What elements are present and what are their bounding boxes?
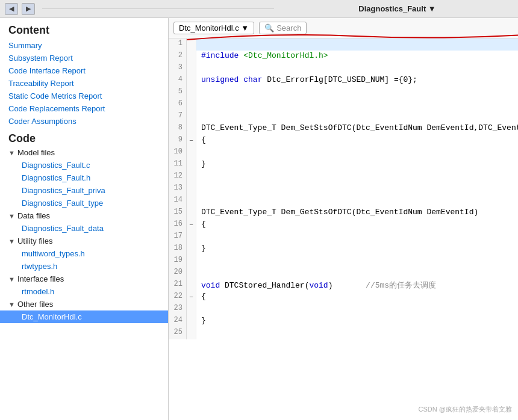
code-line: 13	[169, 183, 518, 195]
page-title: Diagnostics_Fault ▼	[281, 4, 513, 13]
fold-indicator	[187, 279, 196, 291]
code-line: 4unsigned char Dtc_ErrorFlg[DTC_USED_NUM…	[169, 75, 518, 87]
line-number: 7	[169, 111, 187, 123]
fold-indicator	[187, 183, 196, 195]
fold-indicator	[187, 315, 196, 327]
sidebar-link[interactable]: Static Code Metrics Report	[0, 90, 168, 102]
tree-group-data-files[interactable]: ▼Data files	[0, 209, 168, 222]
fold-indicator[interactable]: −	[187, 219, 196, 231]
line-number: 5	[169, 87, 187, 99]
tree-item[interactable]: rtmodel.h	[0, 285, 168, 298]
fold-indicator	[187, 111, 196, 123]
tree-group-model-files[interactable]: ▼Model files	[0, 146, 168, 159]
fold-indicator	[187, 195, 196, 207]
line-number: 8	[169, 123, 187, 135]
line-number: 10	[169, 147, 187, 159]
tree-group-label-text: Data files	[17, 211, 50, 220]
line-number: 25	[169, 327, 187, 339]
tree-group-other-files[interactable]: ▼Other files	[0, 298, 168, 310]
line-number: 15	[169, 207, 187, 219]
line-code: #include <Dtc_MonitorHdl.h>	[196, 51, 518, 63]
fold-indicator	[187, 87, 196, 99]
line-code: {	[196, 291, 518, 303]
line-code: {	[196, 135, 518, 147]
fold-indicator[interactable]: −	[187, 135, 196, 147]
code-line: 11}	[169, 159, 518, 171]
line-code	[196, 111, 518, 123]
line-number: 13	[169, 183, 187, 195]
tree-group-interface-files[interactable]: ▼Interface files	[0, 273, 168, 285]
line-code	[196, 99, 518, 111]
sidebar-link[interactable]: Subsystem Report	[0, 52, 168, 64]
code-line: 3	[169, 63, 518, 75]
line-number: 18	[169, 243, 187, 255]
line-number: 4	[169, 75, 187, 87]
sidebar-link[interactable]: Summary	[0, 39, 168, 52]
line-code	[196, 327, 518, 339]
sidebar: Content SummarySubsystem ReportCode Inte…	[0, 18, 169, 420]
code-line: 10	[169, 147, 518, 159]
fold-indicator	[187, 207, 196, 219]
code-line: 9−{	[169, 135, 518, 147]
code-line: 20	[169, 267, 518, 279]
code-line: 14	[169, 195, 518, 207]
tree-group-utility-files[interactable]: ▼Utility files	[0, 235, 168, 247]
code-section-title: Code	[0, 128, 168, 146]
line-number: 21	[169, 279, 187, 291]
line-code: void DTCStored_Handler(void) //5ms的任务去调度	[196, 279, 518, 291]
line-code	[196, 87, 518, 99]
line-number: 24	[169, 315, 187, 327]
line-code	[196, 171, 518, 183]
line-code: }	[196, 315, 518, 327]
line-code: {	[196, 219, 518, 231]
line-number: 2	[169, 51, 187, 63]
code-line: 5	[169, 87, 518, 99]
sidebar-link[interactable]: Code Interface Report	[0, 64, 168, 77]
code-area: Dtc_MonitorHdl.c ▼ 🔍 Search 12#include <…	[169, 18, 518, 420]
tree-item[interactable]: Diagnostics_Fault_type	[0, 197, 168, 209]
code-line: 19	[169, 255, 518, 267]
red-curve-svg	[187, 31, 518, 42]
line-code: DTC_Event_Type_T Dem_SetStsOfDTC(Dtc_Eve…	[196, 123, 518, 135]
line-code	[196, 255, 518, 267]
line-code: }	[196, 159, 518, 171]
fold-indicator	[187, 303, 196, 315]
code-line: 2#include <Dtc_MonitorHdl.h>	[169, 51, 518, 63]
tree-item[interactable]: multiword_types.h	[0, 247, 168, 260]
sidebar-tree: ▼Model filesDiagnostics_Fault.cDiagnosti…	[0, 146, 168, 323]
sidebar-link[interactable]: Coder Assumptions	[0, 115, 168, 128]
fold-indicator[interactable]: −	[187, 291, 196, 303]
tree-item[interactable]: Diagnostics_Fault.c	[0, 159, 168, 171]
code-content[interactable]: 12#include <Dtc_MonitorHdl.h>34unsigned …	[169, 39, 518, 420]
fold-indicator	[187, 147, 196, 159]
sidebar-link[interactable]: Traceability Report	[0, 77, 168, 90]
code-line: 23	[169, 303, 518, 315]
code-line: 15DTC_Event_Type_T Dem_GetStsOfDTC(Dtc_E…	[169, 207, 518, 219]
line-number: 16	[169, 219, 187, 231]
sidebar-link[interactable]: Code Replacements Report	[0, 102, 168, 115]
code-line: 8DTC_Event_Type_T Dem_SetStsOfDTC(Dtc_Ev…	[169, 123, 518, 135]
tree-item[interactable]: Dtc_MonitorHdl.c	[0, 310, 168, 323]
line-number: 9	[169, 135, 187, 147]
fold-indicator	[187, 231, 196, 243]
fold-indicator	[187, 255, 196, 267]
tree-item[interactable]: rtwtypes.h	[0, 260, 168, 273]
tree-group-label-text: Utility files	[17, 236, 53, 246]
fold-indicator	[187, 99, 196, 111]
fold-indicator	[187, 51, 196, 63]
code-line: 18}	[169, 243, 518, 255]
tree-group-label-text: Other files	[17, 300, 53, 309]
code-line: 17	[169, 231, 518, 243]
content-section-title: Content	[0, 18, 168, 39]
tree-item[interactable]: Diagnostics_Fault_priva	[0, 184, 168, 197]
fold-indicator	[187, 75, 196, 87]
tree-item[interactable]: Diagnostics_Fault_data	[0, 222, 168, 235]
line-number: 20	[169, 267, 187, 279]
sidebar-links: SummarySubsystem ReportCode Interface Re…	[0, 39, 168, 128]
nav-fwd-button[interactable]: ▶	[22, 3, 35, 15]
line-code: }	[196, 243, 518, 255]
tree-item[interactable]: Diagnostics_Fault.h	[0, 171, 168, 184]
code-line: 24}	[169, 315, 518, 327]
nav-back-button[interactable]: ◀	[5, 3, 18, 15]
line-number: 3	[169, 63, 187, 75]
